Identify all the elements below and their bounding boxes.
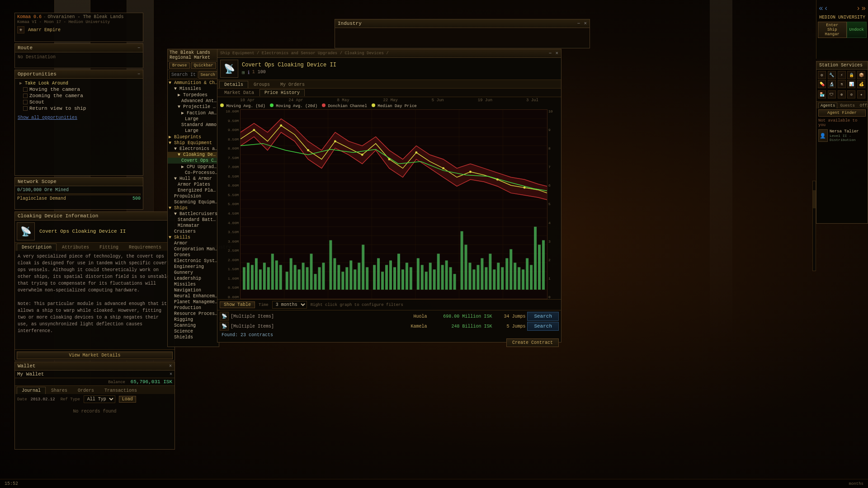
enter-hangar-btn[interactable]: Enter Ship Hangar <box>818 22 847 38</box>
cat-resource-proc[interactable]: Resource Processing <box>168 311 219 317</box>
cat-ship-equipment[interactable]: ▼ Ship Equipment <box>168 140 219 146</box>
service-icon-15[interactable]: ✦ <box>857 90 865 99</box>
cat-standard-battlecr[interactable]: Standard Battlecr <box>168 217 219 223</box>
fwd-arrow-1[interactable]: › <box>856 5 861 13</box>
route-close[interactable]: − <box>137 46 140 51</box>
agent-finder-btn[interactable]: Agent Finder <box>818 109 866 117</box>
tab-shares[interactable]: Shares <box>46 387 72 394</box>
cat-armor-skill[interactable]: Armor <box>168 240 219 246</box>
checkbox-2[interactable] <box>23 94 28 98</box>
search-btn-1[interactable]: Search <box>527 312 559 321</box>
industry-close[interactable]: × <box>584 21 587 26</box>
cat-skills[interactable]: ▼ Skills <box>168 235 219 240</box>
opportunity-item-0[interactable]: ▶ Take Look Around <box>16 80 142 86</box>
cat-shields[interactable]: Shields <box>168 334 219 340</box>
cat-production[interactable]: Production <box>168 305 219 311</box>
tab-agents[interactable]: Agents <box>818 103 837 108</box>
cat-missiles[interactable]: ▼ Missiles <box>168 86 219 92</box>
cat-rigging[interactable]: Rigging <box>168 317 219 323</box>
search-btn-2[interactable]: Search <box>527 322 559 331</box>
cat-ammo[interactable]: ▼ Ammunition & Charges <box>168 80 219 86</box>
service-icon-11[interactable]: 🏪 <box>818 90 826 99</box>
service-icon-10[interactable]: 💰 <box>857 80 865 88</box>
back-arrow-2[interactable]: ‹ <box>824 5 829 13</box>
cat-cloaking[interactable]: ▼ Cloaking Devices <box>168 152 219 158</box>
browse-btn[interactable]: Browse <box>169 62 190 69</box>
checkbox-3[interactable] <box>23 100 28 104</box>
industry-minimize[interactable]: − <box>577 21 580 26</box>
opportunity-item-2[interactable]: Zooming the camera <box>16 93 142 99</box>
item-close-btn[interactable]: × <box>555 51 558 56</box>
right-scrollbar[interactable] <box>812 181 816 271</box>
cat-faction[interactable]: ▶ Faction Ammo <box>168 110 219 116</box>
service-icon-9[interactable]: 📊 <box>847 80 855 88</box>
tab-details[interactable]: Details <box>219 81 248 88</box>
show-all-opportunities[interactable]: Show all opportunities <box>16 115 142 120</box>
show-table-btn[interactable]: Show Table <box>220 301 255 308</box>
cat-neural[interactable]: Neural Enhancement <box>168 293 219 299</box>
service-icon-1[interactable]: ⚙ <box>818 71 826 79</box>
opportunities-close[interactable]: − <box>137 72 140 77</box>
cat-torpedoes[interactable]: ▶ Torpedoes <box>168 92 219 98</box>
service-icon-12[interactable]: 🛡 <box>828 90 836 99</box>
cat-missiles-skill[interactable]: Missiles <box>168 282 219 287</box>
cat-planet-mgmt[interactable]: Planet Management <box>168 299 219 305</box>
tab-attributes[interactable]: Attributes <box>57 244 94 251</box>
cat-blueprints[interactable]: ▶ Blueprints <box>168 134 219 140</box>
cat-large-1[interactable]: Large <box>168 116 219 122</box>
cat-ships[interactable]: ▼ Ships <box>168 205 219 211</box>
tab-my-orders[interactable]: My Orders <box>275 81 310 88</box>
service-icon-2[interactable]: 🔧 <box>828 71 836 79</box>
price-chart-area[interactable] <box>240 109 547 299</box>
cat-gunnery[interactable]: Gunnery <box>168 270 219 276</box>
service-icon-3[interactable]: ⚡ <box>838 71 846 79</box>
cat-engineering[interactable]: Engineering <box>168 264 219 270</box>
cat-scanning-skill[interactable]: Scanning <box>168 323 219 328</box>
load-btn[interactable]: Load <box>119 396 136 403</box>
cat-battlecruisers[interactable]: ▼ Battlecruisers <box>168 211 219 217</box>
tab-transactions[interactable]: Transactions <box>99 387 142 394</box>
cat-minmatar[interactable]: Minmatar <box>168 223 219 229</box>
tab-orders[interactable]: Orders <box>73 387 99 394</box>
tab-description[interactable]: Description <box>17 244 57 251</box>
service-icon-7[interactable]: 🔬 <box>828 80 836 88</box>
cat-leadership[interactable]: Leadership <box>168 276 219 282</box>
cat-cruisers[interactable]: Cruisers <box>168 229 219 235</box>
tab-groups[interactable]: Groups <box>249 81 275 88</box>
service-icon-13[interactable]: ⊕ <box>838 90 846 99</box>
cat-large-2[interactable]: Large <box>168 128 219 134</box>
cat-coprocessor[interactable]: Co-Processor II <box>168 170 219 176</box>
wallet-sub-close[interactable]: × <box>170 372 172 377</box>
tab-requirements[interactable]: Requirements <box>124 244 166 251</box>
cat-scanning[interactable]: Scanning Equipment <box>168 199 219 205</box>
cat-cpu-upgrades[interactable]: ▶ CPU Upgrades <box>168 164 219 170</box>
cat-science[interactable]: Science <box>168 328 219 334</box>
cat-drones[interactable]: Drones <box>168 252 219 258</box>
tab-journal[interactable]: Journal <box>17 387 46 394</box>
market-search-input[interactable] <box>169 71 198 79</box>
system-name[interactable]: Komaa 0.6 <box>17 14 42 19</box>
info-icon[interactable]: ℹ <box>248 70 250 75</box>
create-contract-btn[interactable]: Create Contract <box>506 338 559 347</box>
cat-advanced-anti[interactable]: Advanced Anti- <box>168 98 219 104</box>
wallet-close[interactable]: × <box>169 364 172 369</box>
minimize-btn[interactable]: − <box>549 51 552 56</box>
opportunity-item-1[interactable]: Moving the camera <box>16 86 142 93</box>
cat-standard-ammo[interactable]: Standard Ammo <box>168 122 219 128</box>
opportunity-item-3[interactable]: Scout <box>16 99 142 105</box>
back-arrow-1[interactable]: « <box>819 5 823 13</box>
ref-type-select[interactable]: All Types <box>84 395 115 403</box>
tab-fitting[interactable]: Fitting <box>94 244 123 251</box>
cat-navigation[interactable]: Navigation <box>168 287 219 293</box>
checkbox-1[interactable] <box>23 87 28 92</box>
cat-hull-armor[interactable]: ▼ Hull & Armor <box>168 176 219 182</box>
cat-projectile[interactable]: ▼ Projectile Ammo <box>168 104 219 110</box>
tab-guests[interactable]: Guests <box>838 103 857 108</box>
service-icon-4[interactable]: 🔒 <box>847 71 855 79</box>
compare-icon[interactable]: ⊞ <box>242 70 245 75</box>
service-icon-5[interactable]: 📦 <box>857 71 865 79</box>
fwd-arrow-2[interactable]: » <box>861 5 866 13</box>
sub-tab-price-history[interactable]: Price History <box>259 89 305 96</box>
quickbar-btn[interactable]: Quickbar <box>191 62 216 69</box>
market-search-btn[interactable]: Search <box>198 71 217 79</box>
